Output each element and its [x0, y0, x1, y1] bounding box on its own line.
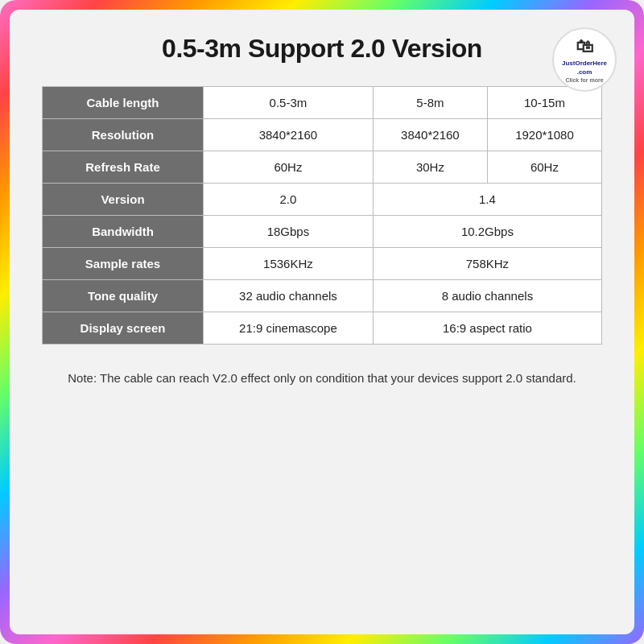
row-label: Resolution: [43, 119, 204, 151]
data-cell: 2.0: [204, 184, 374, 216]
row-label: Cable length: [43, 87, 204, 119]
row-label: Sample rates: [43, 248, 204, 280]
data-cell: 60Hz: [487, 151, 601, 184]
logo-icon: 🛍: [576, 35, 593, 59]
inner-container: 🛍 JustOrderHere .com Click for more 0.5-…: [10, 10, 634, 634]
data-cell: 0.5-3m: [204, 87, 374, 119]
logo-badge: 🛍 JustOrderHere .com Click for more: [552, 27, 617, 92]
spec-table: Cable length0.5-3m5-8m10-15mResolution38…: [42, 86, 602, 345]
table-row: Display screen21:9 cinemascope16:9 aspec…: [43, 312, 602, 345]
data-cell: 1536KHz: [204, 248, 374, 280]
data-cell: 32 audio channels: [204, 280, 374, 312]
row-label: Tone quality: [43, 280, 204, 312]
logo-domain: .com: [577, 68, 592, 76]
table-row: Resolution3840*21603840*21601920*1080: [43, 119, 602, 151]
row-label: Version: [43, 184, 204, 216]
table-row: Refresh Rate60Hz30Hz60Hz: [43, 151, 602, 184]
span-cell: 1.4: [373, 184, 601, 216]
table-row: Version2.01.4: [43, 184, 602, 216]
data-cell: 3840*2160: [373, 119, 487, 151]
data-cell: 5-8m: [373, 87, 487, 119]
logo-sub: Click for more: [565, 76, 603, 84]
data-cell: 18Gbps: [204, 216, 374, 248]
row-label: Refresh Rate: [43, 151, 204, 184]
span-cell: 758KHz: [373, 248, 601, 280]
span-cell: 8 audio channels: [373, 280, 601, 312]
data-cell: 60Hz: [204, 151, 374, 184]
table-row: Bandwidth18Gbps10.2Gbps: [43, 216, 602, 248]
data-cell: 1920*1080: [487, 119, 601, 151]
data-cell: 3840*2160: [204, 119, 374, 151]
row-label: Display screen: [43, 312, 204, 345]
logo-text: JustOrderHere: [562, 60, 607, 68]
note-text: Note: The cable can reach V2.0 effect on…: [68, 369, 576, 388]
rainbow-border: 🛍 JustOrderHere .com Click for more 0.5-…: [0, 0, 644, 644]
data-cell: 21:9 cinemascope: [204, 312, 374, 345]
table-row: Sample rates1536KHz758KHz: [43, 248, 602, 280]
page-title: 0.5-3m Support 2.0 Version: [162, 34, 482, 64]
span-cell: 16:9 aspect ratio: [373, 312, 601, 345]
table-row: Tone quality32 audio channels8 audio cha…: [43, 280, 602, 312]
row-label: Bandwidth: [43, 216, 204, 248]
table-row: Cable length0.5-3m5-8m10-15m: [43, 87, 602, 119]
data-cell: 30Hz: [373, 151, 487, 184]
span-cell: 10.2Gbps: [373, 216, 601, 248]
